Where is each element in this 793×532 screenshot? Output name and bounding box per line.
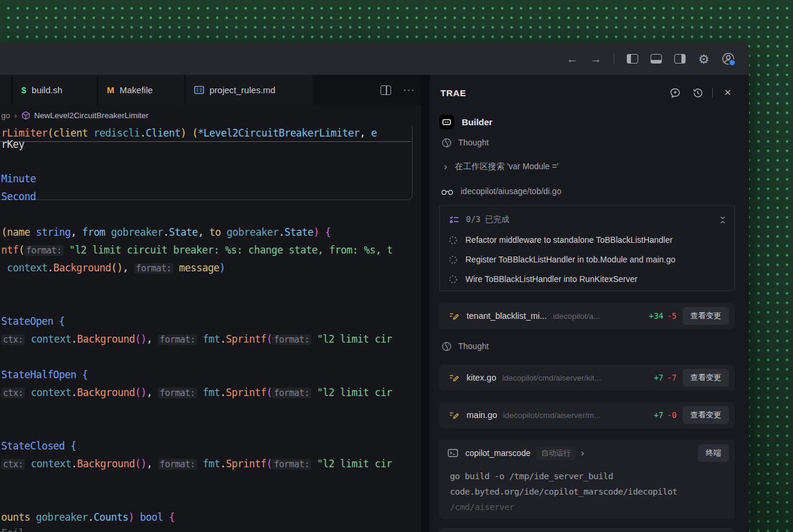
todo-item[interactable]: Wire ToBBlackListHandler into RunKitexSe…: [449, 271, 727, 287]
code-line[interactable]: ntf(format: "l2 limit circuit breaker: %…: [1, 243, 393, 256]
toggle-bottom-panel-icon[interactable]: [651, 54, 662, 64]
symbol-cube-icon: [21, 111, 30, 120]
panel-header-divider: [712, 88, 713, 98]
lines-removed: -7: [667, 373, 677, 382]
code-line[interactable]: Fail: [1, 527, 24, 532]
workbench: $ build.sh M Makefile: [0, 75, 749, 532]
code-line[interactable]: StateOpen {: [1, 315, 65, 328]
search-step-label: 在工作区搜索 'var Module =': [455, 162, 559, 172]
changed-file-name: tenant_blacklist_mi...: [467, 311, 547, 321]
more-actions-icon[interactable]: ···: [403, 75, 415, 105]
view-changes-button[interactable]: 查看变更: [683, 369, 729, 387]
titlebar-divider: [614, 54, 614, 64]
editor-group: $ build.sh M Makefile: [0, 75, 421, 532]
thought-row[interactable]: Thought: [442, 134, 489, 151]
tab-makefile[interactable]: M Makefile: [99, 75, 184, 105]
builder-robot-icon: [439, 115, 454, 129]
thought-label: Thought: [458, 341, 489, 351]
code-line[interactable]: context.Background(), format: message): [1, 261, 225, 274]
online-status-dot: [728, 59, 736, 66]
changed-file-name: main.go: [467, 410, 497, 420]
glasses-icon: [440, 187, 454, 196]
tab-project-rules-md[interactable]: project_rules.md: [186, 75, 313, 105]
code-line[interactable]: Minute: [1, 172, 36, 185]
agent-name: Builder: [462, 117, 493, 127]
file-change-card[interactable]: tenant_blacklist_mi... idecopilot/a... +…: [439, 303, 735, 329]
thought-row[interactable]: Thought: [442, 338, 489, 354]
code-line[interactable]: ctx: context.Background(), format: fmt.S…: [1, 386, 392, 399]
read-file-row[interactable]: idecopilot/aiusage/tob/di.go: [440, 183, 562, 200]
trae-ai-panel: TRAE ✕: [430, 75, 749, 532]
tab-label: Makefile: [120, 85, 153, 95]
inline-diff-divider: [0, 141, 411, 142]
close-panel-icon[interactable]: ✕: [721, 86, 734, 99]
toggle-left-panel-icon[interactable]: [627, 54, 638, 64]
file-change-card[interactable]: kitex.go idecopilot/cmd/aiserver/kit... …: [439, 365, 735, 391]
tab-build-sh[interactable]: $ build.sh: [13, 75, 97, 105]
todo-header: 0/3 已完成: [449, 212, 727, 227]
code-line[interactable]: rLimiter(client rediscli.Client) (*Level…: [1, 126, 377, 140]
view-changes-button[interactable]: 查看变更: [683, 406, 729, 424]
agent-row: Builder: [439, 113, 493, 131]
collapse-icon[interactable]: [718, 216, 727, 224]
terminal-header: copilot_marscode 自动运行 › 终端: [448, 445, 729, 461]
chevron-right-icon[interactable]: ›: [581, 448, 698, 458]
panel-title: TRAE: [440, 88, 668, 98]
code-line[interactable]: Second: [1, 190, 36, 203]
chat-input-sliver[interactable]: [439, 528, 735, 532]
breadcrumb-separator-icon: ›: [14, 111, 17, 120]
account-avatar[interactable]: [722, 52, 735, 65]
nav-back-icon[interactable]: ←: [566, 53, 578, 65]
code-line[interactable]: rKey: [1, 138, 24, 151]
tab-bar: $ build.sh M Makefile: [0, 75, 421, 105]
todo-progress: 0/3 已完成: [466, 214, 718, 225]
todo-item[interactable]: Register ToBBlackListHandler in tob.Modu…: [449, 252, 727, 267]
new-chat-icon[interactable]: [668, 86, 681, 99]
tab-label: project_rules.md: [210, 85, 275, 95]
panel-header: TRAE ✕: [430, 75, 749, 110]
code-line[interactable]: StateHalfOpen {: [1, 368, 88, 381]
ide-window: ← → ⚙ $ build.sh: [0, 43, 749, 532]
breadcrumb[interactable]: go › NewLevel2CircuitBreakerLimiter: [0, 105, 421, 125]
terminal-card: copilot_marscode 自动运行 › 终端 go build -o /…: [439, 439, 735, 519]
code-line[interactable]: (name string, from gobreaker.State, to g…: [1, 226, 331, 239]
breadcrumb-symbol[interactable]: NewLevel2CircuitBreakerLimiter: [34, 111, 149, 120]
view-changes-button[interactable]: 查看变更: [683, 307, 729, 325]
code-line[interactable]: ctx: context.Background(), format: fmt.S…: [1, 457, 392, 470]
changed-file-path: idecopilot/a...: [553, 312, 649, 321]
todo-item-label: Refactor middleware to standalone ToBBla…: [465, 235, 673, 245]
code-line[interactable]: ctx: context.Background(), format: fmt.S…: [1, 332, 392, 346]
nav-forward-icon[interactable]: →: [590, 53, 601, 65]
todo-item-label: Register ToBBlackListHandler in tob.Modu…: [465, 255, 675, 264]
breadcrumb-root[interactable]: go: [1, 111, 10, 120]
toggle-right-panel-icon[interactable]: [674, 54, 686, 64]
changed-file-path: idecopilot/cmd/aiserver/kit...: [502, 373, 654, 382]
code-line[interactable]: StateClosed {: [1, 439, 77, 452]
file-change-card[interactable]: main.go idecopilot/cmd/aiserver/m... +7 …: [439, 402, 735, 428]
edit-file-icon: [449, 311, 459, 321]
split-editor-icon[interactable]: [380, 75, 391, 105]
changed-file-path: idecopilot/cmd/aiserver/m...: [503, 411, 654, 420]
lines-added: +34: [649, 311, 663, 321]
search-step-row[interactable]: › 在工作区搜索 'var Module =': [444, 159, 559, 175]
code-line[interactable]: ounts gobreaker.Counts) bool {: [1, 511, 175, 524]
open-terminal-button[interactable]: 终端: [698, 444, 729, 462]
checklist-icon: [449, 215, 459, 224]
tab-label: build.sh: [31, 85, 62, 95]
todo-card: 0/3 已完成 Refactor middleware to standalon…: [439, 205, 735, 291]
terminal-output-line: go build -o /tmp/ide_server_build: [450, 471, 728, 484]
todo-item[interactable]: Refactor middleware to standalone ToBBla…: [449, 232, 727, 248]
markdown-list-icon: [194, 86, 204, 94]
tab-partial[interactable]: [0, 75, 11, 105]
todo-item-label: Wire ToBBlackListHandler into RunKitexSe…: [465, 274, 637, 284]
settings-gear-icon[interactable]: ⚙: [698, 53, 709, 65]
lines-added: +7: [654, 410, 663, 420]
thought-icon: [442, 341, 452, 352]
chevron-right-icon: ›: [444, 162, 447, 172]
history-icon[interactable]: [691, 86, 704, 99]
edit-file-icon: [449, 410, 459, 420]
desktop-wallpaper: ← → ⚙ $ build.sh: [0, 0, 793, 532]
terminal-command-name: copilot_marscode: [465, 448, 531, 458]
read-file-path: idecopilot/aiusage/tob/di.go: [461, 186, 562, 196]
code-editor[interactable]: rLimiter(client rediscli.Client) (*Level…: [0, 125, 421, 532]
